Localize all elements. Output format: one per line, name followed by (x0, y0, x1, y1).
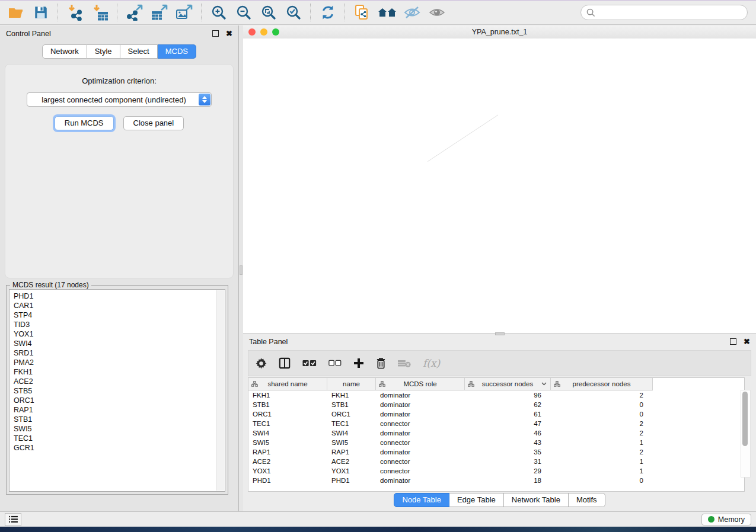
table-cell: 62 (465, 400, 551, 409)
table-row[interactable]: SWI4SWI4dominator462 (248, 428, 744, 438)
mcds-result-item[interactable]: SWI5 (14, 424, 225, 434)
search-field[interactable] (595, 6, 747, 19)
refresh-button[interactable] (317, 3, 339, 22)
create-column-button[interactable] (353, 358, 364, 368)
mcds-result-item[interactable]: YOX1 (14, 329, 225, 339)
select-all-rows-button[interactable] (302, 360, 317, 367)
zoom-in-button[interactable] (208, 3, 229, 22)
table-cell: 1 (551, 466, 653, 476)
show-panels-button[interactable] (5, 513, 21, 526)
zoom-out-button[interactable] (233, 3, 254, 22)
mcds-result-item[interactable]: GCR1 (14, 443, 225, 453)
mcds-result-item[interactable]: TID3 (14, 320, 225, 329)
tab-style[interactable]: Style (87, 44, 120, 59)
hide-selected-button[interactable] (401, 3, 423, 22)
search-input[interactable] (580, 5, 748, 20)
close-table-panel-icon[interactable]: ✖ (744, 338, 750, 345)
export-network-button[interactable] (124, 3, 145, 22)
export-image-button[interactable] (174, 3, 195, 22)
mcds-result-item[interactable]: CAR1 (14, 301, 225, 310)
mcds-result-item[interactable]: STB1 (14, 415, 225, 424)
status-bar: Memory (0, 511, 756, 527)
tab-node-table[interactable]: Node Table (394, 493, 449, 507)
table-cell: 2 (551, 428, 653, 438)
refresh-icon (320, 4, 336, 21)
trash-icon (376, 357, 386, 369)
mcds-result-item[interactable]: SRD1 (14, 348, 225, 358)
deselect-all-rows-button[interactable] (328, 360, 342, 367)
table-cell: 0 (551, 409, 653, 419)
column-header-successor-nodes[interactable]: successor nodes (465, 378, 551, 390)
import-network-button[interactable] (65, 3, 86, 22)
zoom-selected-button[interactable] (283, 3, 304, 22)
mcds-result-item[interactable]: STB5 (14, 386, 225, 396)
zoom-fit-button[interactable] (258, 3, 279, 22)
mcds-result-item[interactable]: RAP1 (14, 405, 225, 415)
clone-network-button[interactable] (352, 3, 373, 22)
mcds-result-item[interactable]: FKH1 (14, 367, 225, 377)
table-row[interactable]: TEC1TEC1connector472 (248, 419, 744, 428)
tab-mcds[interactable]: MCDS (158, 44, 196, 59)
column-header-MCDS-role[interactable]: MCDS role (376, 378, 465, 390)
mcds-list-scrollbar[interactable] (216, 290, 224, 491)
first-neighbors-button[interactable] (377, 3, 398, 22)
show-columns-button[interactable] (279, 357, 291, 369)
import-table-button[interactable] (90, 3, 111, 22)
mcds-result-item[interactable]: PMA2 (14, 358, 225, 367)
vertical-splitter[interactable] (239, 25, 243, 511)
mcds-result-item[interactable]: ORC1 (14, 396, 225, 405)
open-session-button[interactable] (5, 3, 27, 22)
table-scrollbar[interactable] (741, 390, 751, 477)
network-graph[interactable] (243, 39, 756, 334)
mcds-result-item[interactable]: SWI4 (14, 339, 225, 348)
mcds-result-item[interactable]: ACE2 (14, 377, 225, 386)
tab-network-table[interactable]: Network Table (504, 493, 569, 507)
horizontal-splitter-grip[interactable] (495, 332, 505, 335)
show-all-button[interactable] (426, 3, 448, 22)
network-view-canvas[interactable] (243, 39, 756, 334)
zoom-selected-icon (285, 4, 302, 21)
table-row[interactable]: ORC1ORC1dominator610 (248, 409, 744, 419)
table-row[interactable]: FKH1FKH1dominator962 (248, 390, 744, 400)
float-panel-icon[interactable] (212, 30, 219, 37)
column-header-name[interactable]: name (327, 378, 376, 390)
tab-select[interactable]: Select (120, 44, 158, 59)
table-panel-title: Table Panel (249, 338, 288, 346)
tab-edge-table[interactable]: Edge Table (449, 493, 504, 507)
table-settings-button[interactable] (256, 358, 267, 369)
toolbar-separator (117, 4, 118, 21)
delete-table-button-disabled[interactable] (398, 359, 411, 368)
table-row[interactable]: STB1STB1dominator620 (248, 400, 744, 409)
table-toolbar: f(x) (248, 350, 751, 376)
toolbar-separator (344, 4, 346, 21)
run-mcds-button[interactable]: Run MCDS (55, 116, 114, 130)
table-row[interactable]: YOX1YOX1connector291 (248, 466, 744, 476)
mcds-result-item[interactable]: STP4 (14, 310, 225, 320)
table-scrollbar-thumb[interactable] (742, 392, 748, 446)
import-network-icon (66, 4, 84, 21)
tab-network[interactable]: Network (42, 44, 87, 59)
mcds-result-item[interactable]: PHD1 (14, 291, 225, 301)
application-window: Control Panel ✖ NetworkStyleSelectMCDS O… (0, 0, 756, 532)
memory-button[interactable]: Memory (701, 514, 751, 525)
column-header-shared-name[interactable]: shared name (248, 378, 327, 390)
network-title-bar[interactable]: YPA_prune.txt_1 (243, 25, 756, 39)
export-table-button[interactable] (149, 3, 170, 22)
splitter-grip[interactable] (240, 265, 243, 275)
hide-eye-slash-icon (403, 5, 421, 20)
table-row[interactable]: SWI5SWI5connector431 (248, 438, 744, 447)
memory-status-icon (708, 516, 714, 523)
tab-motifs[interactable]: Motifs (569, 493, 605, 507)
column-header-predecessor-nodes[interactable]: predecessor nodes (551, 378, 653, 390)
table-row[interactable]: ACE2ACE2connector311 (248, 457, 744, 466)
delete-column-button[interactable] (376, 357, 386, 369)
criterion-select[interactable]: largest connected component (undirected) (27, 92, 212, 107)
function-builder-button-disabled[interactable]: f(x) (423, 357, 440, 369)
mcds-result-item[interactable]: TEC1 (14, 434, 225, 443)
close-panel-icon[interactable]: ✖ (226, 30, 232, 37)
table-row[interactable]: RAP1RAP1dominator352 (248, 447, 744, 457)
close-panel-button[interactable]: Close panel (123, 116, 184, 130)
table-row[interactable]: PHD1PHD1dominator180 (248, 476, 744, 485)
save-session-button[interactable] (30, 3, 52, 22)
float-table-panel-icon[interactable] (730, 338, 736, 345)
